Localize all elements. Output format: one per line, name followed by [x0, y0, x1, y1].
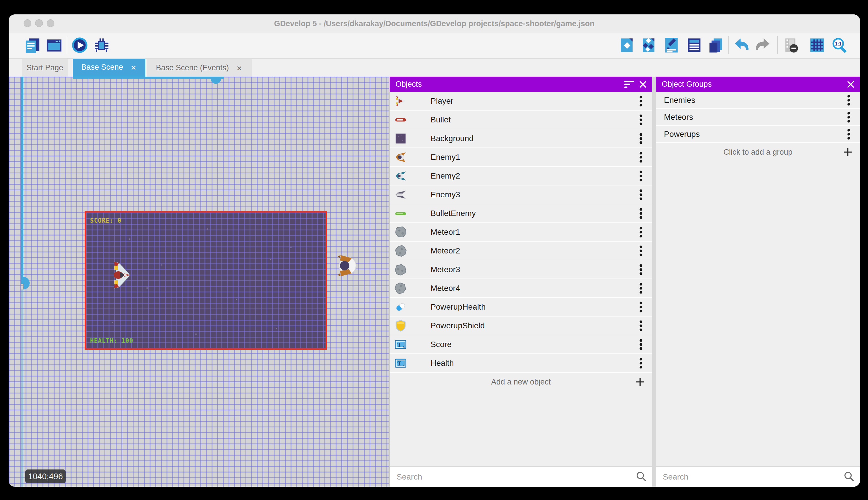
object-menu-icon[interactable] — [637, 263, 645, 276]
zoom-1-1-icon[interactable]: 1:1 — [831, 37, 848, 54]
tab-label: Base Scene (Events) — [156, 64, 229, 72]
object-row-poweruphealth[interactable]: PowerupHealth — [390, 298, 652, 317]
object-menu-icon[interactable] — [637, 169, 645, 183]
object-groups-panel-icon[interactable] — [640, 37, 657, 54]
player-ship-icon — [394, 94, 408, 108]
object-row-enemy1[interactable]: Enemy1 — [390, 148, 652, 167]
object-row-meteor2[interactable]: Meteor2 — [390, 242, 652, 260]
group-row-powerups[interactable]: Powerups — [656, 126, 860, 143]
player-instance[interactable] — [112, 261, 132, 291]
object-row-player[interactable]: Player — [390, 92, 652, 111]
tab-label: Base Scene — [81, 63, 123, 72]
object-menu-icon[interactable] — [637, 300, 645, 314]
toolbar-separator — [67, 36, 67, 54]
enemy-bullet-icon — [394, 206, 408, 220]
titlebar: GDevelop 5 - /Users/dkarakay/Documents/G… — [9, 14, 860, 32]
scene-window-icon[interactable] — [46, 37, 62, 54]
group-menu-icon[interactable] — [844, 111, 853, 124]
object-menu-icon[interactable] — [637, 188, 645, 201]
object-row-background[interactable]: Background — [390, 129, 652, 148]
object-name: Enemy2 — [431, 167, 460, 185]
group-row-enemies[interactable]: Enemies — [656, 92, 860, 109]
grid-icon[interactable] — [809, 37, 825, 54]
project-manager-icon[interactable] — [24, 37, 41, 54]
plus-icon[interactable] — [634, 376, 646, 388]
instances-list-icon[interactable] — [686, 37, 703, 54]
close-tab-icon[interactable]: ✕ — [131, 64, 137, 70]
enemy1-instance[interactable] — [336, 253, 357, 279]
object-name: Score — [431, 335, 451, 353]
object-row-enemy3[interactable]: Enemy3 — [390, 185, 652, 204]
vertical-scrollbar-track — [21, 289, 23, 487]
redo-icon[interactable] — [754, 37, 771, 54]
object-menu-icon[interactable] — [637, 151, 645, 164]
group-menu-icon[interactable] — [844, 94, 853, 107]
object-name: Enemy3 — [431, 185, 460, 204]
close-panel-icon[interactable] — [844, 77, 857, 92]
object-menu-icon[interactable] — [637, 226, 645, 239]
close-tab-icon[interactable]: ✕ — [236, 65, 243, 71]
layers-icon[interactable] — [707, 37, 724, 54]
object-row-bullet[interactable]: Bullet — [390, 111, 652, 129]
object-row-health[interactable]: T x Health — [390, 354, 652, 373]
object-row-powerupshield[interactable]: PowerupShield — [390, 317, 652, 335]
object-row-score[interactable]: T x Score — [390, 335, 652, 354]
undo-icon[interactable] — [733, 37, 750, 54]
add-object-button[interactable]: Add a new object — [390, 373, 652, 391]
play-preview-icon[interactable] — [71, 37, 88, 54]
objects-search-input[interactable] — [390, 467, 629, 487]
tab-base-scene-events[interactable]: Base Scene (Events) ✕ — [147, 59, 252, 77]
object-row-meteor1[interactable]: Meteor1 — [390, 223, 652, 242]
background-icon — [394, 132, 408, 146]
debug-icon[interactable] — [93, 37, 110, 54]
close-panel-icon[interactable] — [637, 77, 649, 92]
objects-panel-header: Objects — [390, 77, 652, 92]
tab-base-scene[interactable]: Base Scene ✕ — [73, 59, 145, 77]
plus-icon[interactable] — [842, 146, 854, 158]
health-text-instance[interactable]: HEALTH: 100 — [90, 337, 133, 344]
object-menu-icon[interactable] — [637, 244, 645, 258]
objects-panel-title: Objects — [396, 80, 422, 89]
scene-canvas[interactable]: SCORE: 0 HEALTH: 100 — [9, 77, 389, 487]
object-menu-icon[interactable] — [637, 132, 645, 145]
objects-list: Player Bullet — [390, 92, 652, 373]
shield-icon — [394, 319, 408, 333]
render-options-icon[interactable] — [783, 37, 799, 54]
object-row-meteor4[interactable]: Meteor4 — [390, 279, 652, 298]
object-menu-icon[interactable] — [637, 113, 645, 126]
group-name: Powerups — [664, 126, 700, 142]
object-row-enemy2[interactable]: Enemy2 — [390, 167, 652, 185]
object-name: BulletEnemy — [431, 204, 476, 222]
add-group-button[interactable]: Click to add a group — [656, 143, 860, 161]
tab-start-page[interactable]: Start Page — [22, 59, 68, 77]
vertical-scrollbar[interactable] — [21, 77, 23, 284]
objects-panel-icon[interactable] — [619, 37, 635, 54]
object-menu-icon[interactable] — [637, 319, 645, 332]
object-menu-icon[interactable] — [637, 282, 645, 295]
group-row-meteors[interactable]: Meteors — [656, 109, 860, 126]
object-menu-icon[interactable] — [637, 94, 645, 108]
horizontal-scrollbar[interactable] — [73, 77, 224, 79]
groups-list: Enemies Meteors Powerups — [656, 92, 860, 143]
toolbar: 1:1 — [9, 33, 860, 59]
properties-icon[interactable] — [663, 37, 680, 54]
object-menu-icon[interactable] — [637, 338, 645, 351]
toolbar-separator — [728, 36, 729, 54]
horizontal-scrollbar-knob[interactable] — [211, 79, 221, 84]
object-row-meteor3[interactable]: Meteor3 — [390, 260, 652, 279]
meteor-icon — [394, 244, 408, 258]
object-name: Meteor3 — [431, 260, 460, 279]
group-menu-icon[interactable] — [844, 128, 853, 141]
score-text-instance[interactable]: SCORE: 0 — [90, 217, 121, 224]
object-name: Background — [431, 129, 473, 147]
object-name: PowerupShield — [431, 317, 485, 335]
object-menu-icon[interactable] — [637, 356, 645, 370]
object-row-bulletenemy[interactable]: BulletEnemy — [390, 204, 652, 223]
filter-icon[interactable] — [623, 77, 635, 92]
vertical-scrollbar-knob[interactable] — [23, 277, 30, 289]
groups-search-input[interactable] — [656, 467, 837, 487]
object-menu-icon[interactable] — [637, 207, 645, 220]
object-name: Bullet — [431, 111, 451, 129]
panel-divider[interactable] — [652, 77, 656, 487]
screen: GDevelop 5 - /Users/dkarakay/Documents/G… — [0, 0, 868, 500]
